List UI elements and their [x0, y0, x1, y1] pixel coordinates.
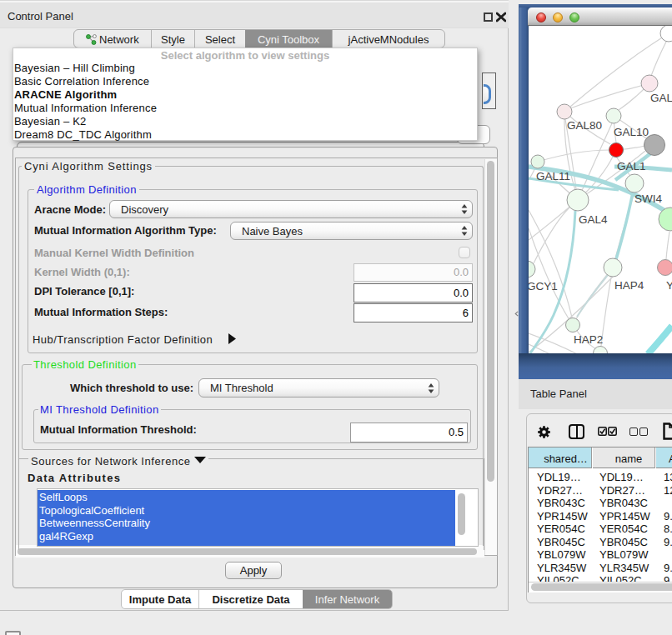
svg-text:GAL2: GAL2: [650, 92, 672, 104]
svg-text:YE: YE: [666, 279, 672, 292]
svg-text:GCY1: GCY1: [529, 280, 558, 292]
svg-text:GAL1: GAL1: [617, 160, 646, 172]
svg-text:GAL4: GAL4: [579, 213, 608, 226]
svg-text:GAL80: GAL80: [567, 119, 602, 132]
svg-text:SWI4: SWI4: [634, 192, 662, 205]
svg-text:HAP2: HAP2: [574, 333, 603, 346]
svg-text:GAL11: GAL11: [536, 170, 570, 182]
svg-text:GAL10: GAL10: [614, 126, 649, 138]
svg-text:HAP4: HAP4: [614, 279, 644, 292]
